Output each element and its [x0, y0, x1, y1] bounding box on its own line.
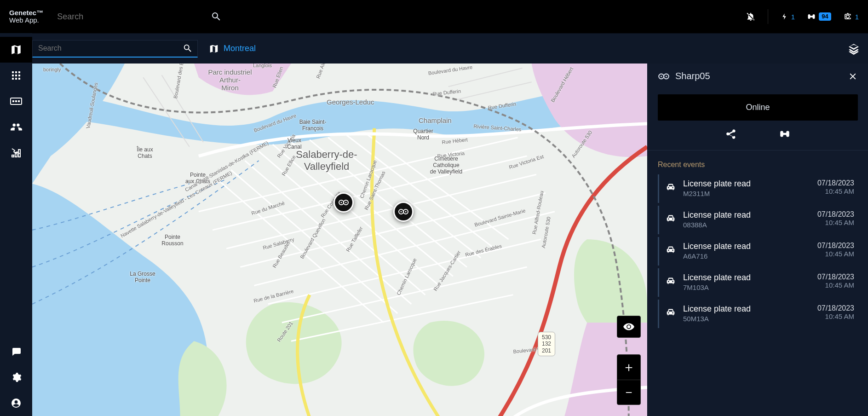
svg-rect-3	[18, 100, 20, 102]
camera-indicator[interactable]: 1	[843, 12, 859, 21]
events-list: License plate read M2311M 07/18/2023 10:…	[658, 174, 858, 328]
event-plate: 50M13A	[683, 315, 810, 323]
map-icon	[10, 44, 22, 56]
svg-point-39	[666, 75, 667, 77]
event-time: 10:45 AM	[817, 281, 854, 289]
watch-indicator[interactable]: 94	[807, 12, 831, 21]
grid-icon	[11, 70, 22, 81]
sidebar-nav-chat[interactable]	[0, 339, 32, 364]
svg-point-35	[405, 211, 407, 213]
panel-actions	[648, 121, 868, 150]
svg-point-5	[129, 139, 180, 166]
map-zoom-control: ＋ －	[617, 354, 641, 405]
main-content: Parc industriel Arthur- MironGeorges-Led…	[32, 64, 868, 416]
event-row[interactable]: License plate read 50M13A 07/18/2023 10:…	[658, 300, 858, 328]
map-marker-camera-1[interactable]	[333, 192, 354, 213]
zoom-out-button[interactable]: －	[617, 380, 640, 405]
car-icon	[666, 276, 676, 286]
svg-point-34	[401, 211, 402, 213]
event-row[interactable]: License plate read A6A716 07/18/2023 10:…	[658, 237, 858, 266]
event-plate: M2311M	[683, 190, 810, 197]
user-circle-icon	[11, 398, 22, 409]
event-date: 07/18/2023	[817, 210, 854, 219]
top-bar: Genetec™Web App. 1 94 1	[0, 0, 868, 33]
svg-rect-2	[15, 100, 17, 102]
car-icon	[666, 182, 676, 192]
breadcrumb-link[interactable]: Montreal	[224, 44, 256, 53]
map-canvas	[32, 64, 647, 416]
gear-icon	[11, 372, 22, 383]
people-icon	[10, 121, 22, 133]
top-right-group: 1 94 1	[746, 9, 859, 24]
search-icon[interactable]	[183, 43, 193, 53]
sidebar-nav-grid[interactable]	[0, 63, 32, 88]
device-icon	[658, 72, 670, 81]
left-sidebar	[0, 33, 32, 416]
search-icon[interactable]	[211, 11, 222, 22]
notifications-muted-icon[interactable]	[746, 12, 756, 22]
event-row[interactable]: License plate read 7M103A 07/18/2023 10:…	[658, 268, 858, 297]
breadcrumb: Montreal	[209, 44, 256, 54]
chart-icon	[11, 147, 22, 158]
binoculars-icon	[807, 12, 816, 21]
event-time: 10:45 AM	[817, 219, 854, 226]
event-time: 10:45 AM	[817, 312, 854, 320]
panel-scroll[interactable]: Recent events License plate read M2311M …	[648, 150, 868, 416]
global-search-input[interactable]	[56, 7, 222, 26]
car-icon	[666, 307, 676, 317]
detail-panel: Sharp05 Online Recent events License pla…	[647, 64, 868, 416]
map-viewport[interactable]: Parc industriel Arthur- MironGeorges-Led…	[32, 64, 647, 416]
event-plate: A6A716	[683, 252, 810, 260]
map-search-input[interactable]	[37, 44, 183, 53]
route-shield: 530132201	[538, 332, 555, 356]
event-date: 07/18/2023	[817, 179, 854, 187]
status-banner: Online	[658, 94, 858, 121]
watch-button[interactable]	[779, 128, 791, 140]
brand-logo: Genetec™Web App.	[9, 9, 43, 24]
map-visibility-button[interactable]	[617, 316, 641, 338]
sidebar-nav-account[interactable]	[0, 390, 32, 416]
event-date: 07/18/2023	[817, 242, 854, 250]
sidebar-nav-map[interactable]	[0, 37, 32, 63]
event-title: License plate read	[683, 304, 810, 314]
section-title: Recent events	[658, 161, 858, 169]
layers-button[interactable]	[848, 43, 860, 55]
camera-icon	[843, 12, 852, 21]
event-time: 10:45 AM	[817, 187, 854, 195]
sub-bar: Montreal	[0, 33, 868, 64]
map-marker-camera-2[interactable]	[393, 202, 414, 222]
event-title: License plate read	[683, 210, 810, 220]
panel-header: Sharp05	[648, 64, 868, 89]
sidebar-nav-reports[interactable]	[0, 140, 32, 166]
event-row[interactable]: License plate read 08388A 07/18/2023 10:…	[658, 206, 858, 234]
map-search[interactable]	[32, 40, 198, 58]
share-button[interactable]	[725, 128, 737, 140]
event-plate: 7M103A	[683, 283, 810, 291]
plate-icon	[10, 97, 22, 106]
svg-rect-1	[12, 100, 14, 102]
event-plate: 08388A	[683, 221, 810, 229]
bolt-icon	[780, 12, 788, 21]
close-button[interactable]	[848, 71, 858, 81]
global-search[interactable]	[56, 7, 222, 26]
car-icon	[666, 244, 676, 254]
chat-icon	[11, 346, 22, 357]
event-title: License plate read	[683, 242, 810, 251]
zoom-in-button[interactable]: ＋	[617, 355, 640, 380]
watch-badge: 94	[819, 12, 831, 21]
divider	[768, 9, 768, 24]
sidebar-nav-plates[interactable]	[0, 88, 32, 114]
panel-title: Sharp05	[675, 71, 710, 81]
car-icon	[666, 213, 676, 223]
svg-point-31	[345, 202, 347, 203]
event-date: 07/18/2023	[817, 273, 854, 281]
sidebar-nav-people[interactable]	[0, 114, 32, 140]
event-title: License plate read	[683, 273, 810, 283]
event-row[interactable]: License plate read M2311M 07/18/2023 10:…	[658, 174, 858, 203]
alerts-indicator[interactable]: 1	[780, 12, 795, 21]
svg-point-38	[661, 75, 662, 77]
event-time: 10:45 AM	[817, 250, 854, 258]
sidebar-nav-settings[interactable]	[0, 364, 32, 390]
svg-point-30	[341, 202, 342, 203]
event-title: License plate read	[683, 179, 810, 189]
